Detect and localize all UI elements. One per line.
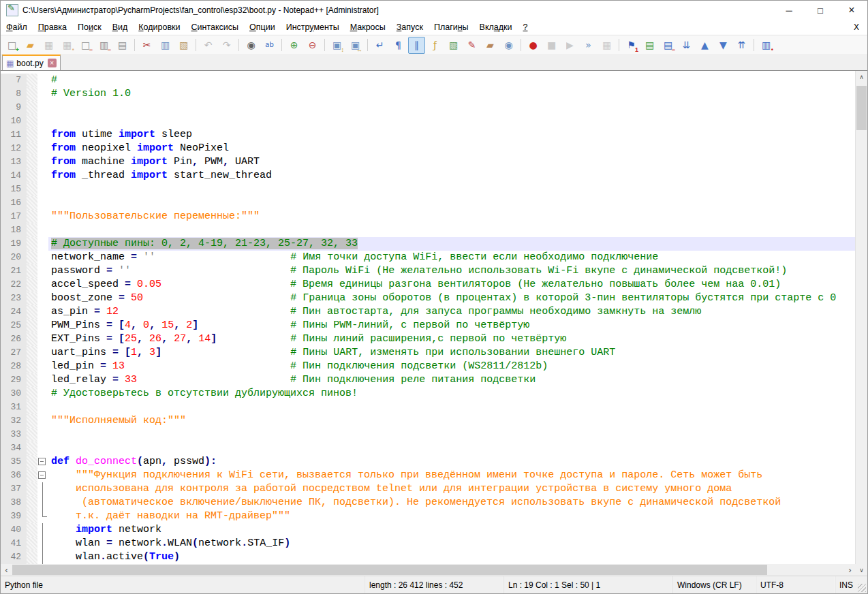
code-text[interactable]: uart_pins = [1, 3] # Пины UART, изменять…: [48, 346, 855, 360]
bookmark-margin[interactable]: [27, 196, 37, 210]
bookmark-margin[interactable]: [27, 169, 37, 183]
code-text[interactable]: """Пользовательские переменные:""": [48, 210, 855, 223]
menu-item-macro[interactable]: Макросы: [345, 21, 391, 33]
bookmark-margin[interactable]: [27, 128, 37, 142]
code-text[interactable]: (автоматическое включение/выключение ПК,…: [48, 496, 855, 510]
code-text[interactable]: network_name = '' # Имя точки доступа Wi…: [48, 251, 855, 264]
code-line[interactable]: 40 import network: [1, 523, 855, 537]
close-all-button[interactable]: ▥−: [95, 37, 112, 54]
bookmark-margin[interactable]: [27, 550, 37, 564]
code-line[interactable]: 14from _thread import start_new_thread: [1, 169, 855, 183]
save-all-button[interactable]: ▦•: [59, 37, 76, 54]
code-line[interactable]: 16: [1, 196, 855, 210]
bookmark-margin[interactable]: [27, 264, 37, 278]
zoom-in-button[interactable]: ⊕: [285, 37, 303, 54]
macro-play-button[interactable]: ▶: [561, 37, 578, 54]
bookmark-margin[interactable]: [27, 292, 37, 305]
bookmark-margin[interactable]: [27, 496, 37, 510]
code-text[interactable]: accel_speed = 0.05 # Время единицы разго…: [48, 278, 855, 292]
bookmark-margin[interactable]: [27, 441, 37, 455]
code-line[interactable]: 17"""Пользовательские переменные:""": [1, 210, 855, 223]
copy-button[interactable]: ▥: [157, 37, 174, 54]
code-text[interactable]: [48, 114, 855, 128]
code-text[interactable]: wlan.active(True): [48, 550, 855, 564]
zoom-out-button[interactable]: ⊖: [304, 37, 321, 54]
bookmark-margin[interactable]: [27, 87, 37, 101]
code-line[interactable]: 36 """Функция подключения к WiFi сети, в…: [1, 469, 855, 482]
code-line[interactable]: 9: [1, 101, 855, 114]
menu-item-file[interactable]: Файл: [1, 21, 33, 33]
bookmark-margin[interactable]: [27, 155, 37, 169]
sync-vertical-scroll-button[interactable]: ▣↕: [328, 37, 345, 54]
code-text[interactable]: from neopixel import NeoPixel: [48, 142, 855, 155]
scroll-up-arrow-icon[interactable]: ∧: [856, 71, 867, 82]
collapse-all-button[interactable]: ⇊: [678, 37, 695, 54]
expand-all-button[interactable]: ⇈: [733, 37, 750, 54]
sync-horizontal-scroll-button[interactable]: ▣↔: [347, 37, 364, 54]
bookmark-margin[interactable]: [27, 305, 37, 319]
bookmark-margin[interactable]: [27, 251, 37, 264]
code-text[interactable]: [48, 101, 855, 114]
code-line[interactable]: 42 wlan.active(True): [1, 550, 855, 564]
new-file-button[interactable]: □+: [3, 37, 20, 54]
resize-grip[interactable]: [858, 584, 866, 592]
code-line[interactable]: 26EXT_Pins = [25, 26, 27, 14] # Пины лин…: [1, 332, 855, 346]
vertical-scrollbar[interactable]: ∧ ∨: [856, 71, 867, 576]
code-text[interactable]: т.к. даёт наводки на RMT-драйвер""": [48, 510, 855, 523]
fold-collapse-icon[interactable]: [37, 469, 48, 482]
bookmark-margin[interactable]: [27, 237, 37, 251]
code-line[interactable]: 10: [1, 114, 855, 128]
menu-item-plugins[interactable]: Плагины: [429, 21, 474, 33]
code-line[interactable]: 32"""Исполняемый код:""": [1, 414, 855, 428]
menu-item-view[interactable]: Вид: [107, 21, 134, 33]
code-text[interactable]: EXT_Pins = [25, 26, 27, 14] # Пины линий…: [48, 332, 855, 346]
code-text[interactable]: password = '' # Пароль WiFi (Не желатель…: [48, 264, 855, 278]
code-line[interactable]: 29led_relay = 33 # Пин подключения реле …: [1, 373, 855, 387]
word-wrap-button[interactable]: ↵: [371, 37, 388, 54]
code-text[interactable]: [48, 441, 855, 455]
vertical-scrollbar-thumb[interactable]: [856, 86, 867, 130]
menu-item-encoding[interactable]: Кодировки: [133, 21, 185, 33]
macro-save-button[interactable]: ▦: [598, 37, 615, 54]
menu-item-edit[interactable]: Правка: [33, 21, 72, 33]
close-button[interactable]: ×: [836, 1, 867, 20]
scroll-right-arrow-icon[interactable]: ›: [844, 564, 856, 576]
code-line[interactable]: 35def do_connect(apn, psswd):: [1, 455, 855, 469]
bookmark-margin[interactable]: [27, 74, 37, 87]
code-line[interactable]: 20network_name = '' # Имя точки доступа …: [1, 251, 855, 264]
paste-button[interactable]: ▧: [175, 37, 192, 54]
code-line[interactable]: 37 использована для контроля за работой …: [1, 482, 855, 496]
code-line[interactable]: 28led_pin = 13 # Пин подключения подсвет…: [1, 360, 855, 373]
code-text[interactable]: # Version 1.0: [48, 87, 855, 101]
bookmark-margin[interactable]: [27, 183, 37, 196]
code-viewport[interactable]: 7#8# Version 1.091011from utime import s…: [1, 71, 856, 564]
code-line[interactable]: 39 т.к. даёт наводки на RMT-драйвер""": [1, 510, 855, 523]
maximize-button[interactable]: □: [805, 1, 836, 20]
macro-stop-button[interactable]: ■: [543, 37, 560, 54]
bookmark-margin[interactable]: [27, 428, 37, 441]
code-line[interactable]: 7#: [1, 74, 855, 87]
menu-item-run[interactable]: Запуск: [391, 21, 429, 33]
scroll-left-arrow-icon[interactable]: ‹: [1, 564, 12, 576]
code-line[interactable]: 15: [1, 183, 855, 196]
folder-as-workspace-button[interactable]: ▰: [482, 37, 499, 54]
redo-button[interactable]: ↷: [218, 37, 235, 54]
code-line[interactable]: 30# Удостоверьтесь в отсутствии дублирую…: [1, 387, 855, 401]
code-line[interactable]: 34: [1, 441, 855, 455]
code-text[interactable]: from _thread import start_new_thread: [48, 169, 855, 183]
code-text[interactable]: # Доступные пины: 0, 2, 4-19, 21-23, 25-…: [48, 237, 855, 251]
code-text[interactable]: использована для контроля за работой пос…: [48, 482, 855, 496]
bookmark-margin[interactable]: [27, 401, 37, 414]
code-text[interactable]: [48, 183, 855, 196]
code-line[interactable]: 33: [1, 428, 855, 441]
code-line[interactable]: 41 wlan = network.WLAN(network.STA_IF): [1, 537, 855, 550]
replace-button[interactable]: ab: [261, 37, 278, 54]
code-text[interactable]: from utime import sleep: [48, 128, 855, 142]
menu-item-settings[interactable]: Опции: [244, 21, 281, 33]
document-switcher-button[interactable]: ✎: [463, 37, 480, 54]
code-text[interactable]: [48, 428, 855, 441]
code-line[interactable]: 25PWM_Pins = [4, 0, 15, 2] # Пины PWM-ли…: [1, 319, 855, 332]
bookmark-flag-button[interactable]: ⚑1: [623, 37, 640, 54]
code-text[interactable]: from machine import Pin, PWM, UART: [48, 155, 855, 169]
open-file-button[interactable]: ▰: [22, 37, 39, 54]
